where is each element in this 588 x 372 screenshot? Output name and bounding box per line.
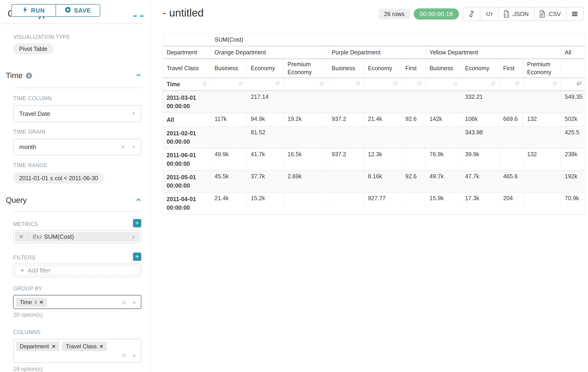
- filters-label: FILTERS: [13, 255, 36, 261]
- sort-icon: [417, 80, 423, 88]
- function-icon: f(x): [32, 234, 41, 240]
- group-by-select[interactable]: Time i ✕ ✕ ▼: [13, 295, 141, 309]
- cell: [211, 127, 247, 149]
- group-by-control: GROUP BY Time i ✕ ✕ ▼ 20 option(s): [13, 286, 141, 318]
- cell: 106k: [461, 113, 499, 127]
- column-sort-header[interactable]: [561, 78, 586, 91]
- travel-class-header: Business: [328, 59, 364, 78]
- add-metric-button[interactable]: +: [133, 219, 141, 227]
- column-sort-header[interactable]: [461, 78, 499, 91]
- time-range-label: TIME RANGE: [13, 162, 104, 169]
- info-icon: i: [35, 299, 36, 305]
- filters-container: + Add filter: [13, 264, 141, 277]
- table-row: 2011-03-01 00:00:00217.14332.21549.35: [163, 91, 586, 113]
- sort-icon: [514, 80, 520, 88]
- sort-icon: [452, 80, 458, 88]
- cell: [499, 91, 523, 113]
- divider: [3, 23, 141, 24]
- department-group-header: Orange Department: [211, 46, 328, 59]
- column-sort-header[interactable]: [523, 78, 561, 91]
- table-row: 2011-02-01 00:00:0081.52343.98425.5: [163, 127, 586, 149]
- chart-title[interactable]: - untitled: [163, 7, 204, 19]
- time-column-select[interactable]: Travel Date ▼: [13, 105, 141, 122]
- save-button[interactable]: SAVE: [56, 4, 100, 17]
- column-sort-header[interactable]: [426, 78, 461, 91]
- visualization-type-label: VISUALIZATION TYPE: [13, 34, 70, 40]
- query-section-header[interactable]: Query: [6, 196, 142, 205]
- cell: 132: [523, 148, 561, 170]
- export-json-button[interactable]: .JSON: [499, 7, 534, 21]
- export-csv-button[interactable]: .CSV: [534, 7, 566, 21]
- clear-icon[interactable]: ✕: [121, 299, 126, 307]
- row-label: 2011-05-01 00:00:00: [163, 170, 211, 192]
- visualization-type-value[interactable]: Pivot Table: [13, 43, 53, 54]
- cell: [499, 148, 523, 170]
- cell: 117k: [211, 113, 247, 127]
- cell: 2.69k: [284, 170, 328, 192]
- divider: [13, 211, 141, 212]
- columns-tag[interactable]: Department ✕: [16, 342, 59, 351]
- code-icon: [485, 11, 493, 17]
- caret-down-icon: ▼: [132, 111, 136, 116]
- cell: 37.7k: [247, 170, 284, 192]
- group-by-tag[interactable]: Time i ✕: [16, 298, 47, 307]
- cell: [284, 192, 328, 214]
- column-sort-header[interactable]: [211, 78, 247, 91]
- chevron-right-icon[interactable]: ›: [127, 232, 140, 242]
- remove-metric-icon[interactable]: ✕: [15, 232, 28, 242]
- columns-select[interactable]: Department ✕ Travel Class ✕ ✕ ▼: [13, 339, 141, 363]
- share-link-button[interactable]: [463, 7, 480, 21]
- chevron-up-icon[interactable]: [135, 72, 142, 79]
- columns-tag[interactable]: Travel Class ✕: [62, 342, 107, 351]
- columns-label: COLUMNS: [13, 329, 141, 336]
- more-options-button[interactable]: [566, 7, 583, 21]
- column-sort-header[interactable]: [328, 78, 364, 91]
- cell: [523, 127, 561, 149]
- cell: 192k: [561, 170, 586, 192]
- cell: 92.6: [402, 113, 426, 127]
- view-query-button[interactable]: [480, 7, 499, 21]
- metric-container: ✕ f(x) SUM(Cost) ›: [13, 230, 141, 243]
- hamburger-menu-icon: [571, 11, 578, 17]
- row-label: 2011-04-01 00:00:00: [163, 192, 211, 214]
- chevron-up-icon[interactable]: [135, 196, 142, 204]
- cell: [284, 91, 328, 113]
- run-button[interactable]: RUN: [11, 4, 56, 17]
- cell: 47.7k: [461, 170, 499, 192]
- remove-tag-icon[interactable]: ✕: [40, 299, 43, 305]
- export-button-group: .JSON .CSV: [463, 7, 584, 21]
- column-sort-header[interactable]: [284, 78, 328, 91]
- cell: 12.3k: [364, 148, 402, 170]
- cell: [402, 91, 426, 113]
- time-range-value[interactable]: 2011-01-01 ≤ col < 2011-06-30: [13, 173, 104, 183]
- metric-pill[interactable]: ✕ f(x) SUM(Cost) ›: [15, 232, 140, 242]
- column-sort-header[interactable]: [364, 78, 402, 91]
- clear-icon[interactable]: ✕: [121, 352, 126, 360]
- remove-tag-icon[interactable]: ✕: [99, 344, 104, 349]
- filters-control: FILTERS + + Add filter: [13, 253, 141, 277]
- sort-icon: [238, 80, 244, 88]
- travel-class-header: First: [402, 59, 426, 78]
- column-sort-header[interactable]: [247, 78, 284, 91]
- add-filter-plus-button[interactable]: +: [133, 253, 141, 261]
- clear-icon[interactable]: ✕: [120, 143, 125, 151]
- time-section-header[interactable]: Time i: [6, 71, 142, 80]
- cell: 332.21: [461, 91, 499, 113]
- cell: 549.35: [561, 91, 586, 113]
- caret-down-icon[interactable]: ▼: [132, 354, 136, 358]
- cell: 204: [499, 192, 523, 214]
- column-sort-header[interactable]: [402, 78, 426, 91]
- caret-down-icon[interactable]: ▼: [132, 301, 136, 305]
- cell: 142k: [426, 113, 461, 127]
- cell: [328, 192, 364, 214]
- time-sort-header[interactable]: Time: [163, 78, 211, 91]
- remove-tag-icon[interactable]: ✕: [52, 344, 55, 349]
- cell: 21.4k: [211, 192, 247, 214]
- time-grain-control: TIME GRAIN month ✕ ▼: [13, 129, 141, 155]
- sort-icon: [201, 80, 208, 88]
- column-sort-header[interactable]: [499, 78, 523, 91]
- cell: 49.7k: [426, 170, 461, 192]
- metric-name: SUM(Cost): [44, 233, 74, 240]
- time-grain-select[interactable]: month ✕ ▼: [13, 139, 141, 155]
- add-filter-button[interactable]: + Add filter: [15, 266, 139, 275]
